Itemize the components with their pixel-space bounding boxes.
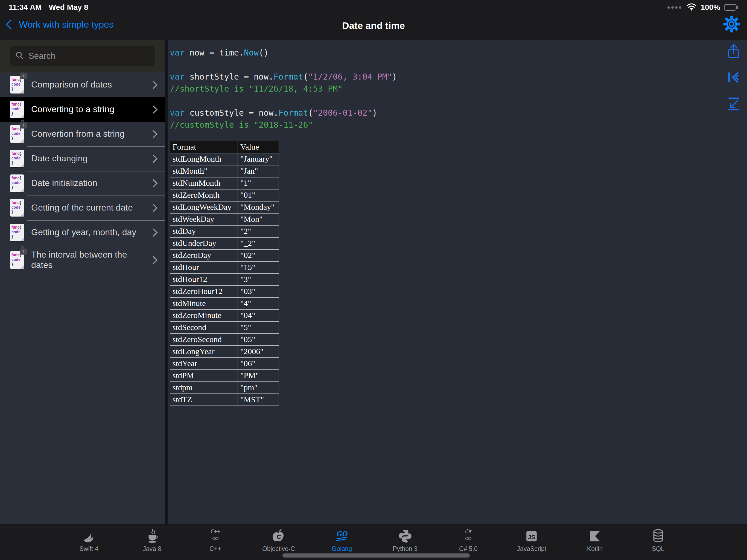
row-divider — [27, 171, 165, 172]
svg-text:C: C — [277, 533, 281, 540]
func-code-doc-icon: func{ code } — [10, 199, 24, 217]
table-row: stdZeroHour12"03" — [170, 285, 279, 298]
search-input[interactable] — [28, 51, 150, 61]
sql-icon — [651, 529, 665, 543]
tab-label: Java 8 — [143, 545, 161, 553]
sidebar-item-date-changing[interactable]: func{ code } Date changing — [0, 146, 165, 171]
table-row: stdDay"2" — [170, 225, 279, 237]
tab-label: C++ — [209, 545, 221, 553]
tab-c[interactable]: C++∞ C++ — [194, 527, 237, 560]
sidebar-item-the-interval-between-the-dates[interactable]: func{ code } The interval between the da… — [0, 245, 165, 275]
app-screen: 11:34 AM Wed May 8 100% Work with s — [0, 0, 747, 560]
tab-swift-4[interactable]: Swift 4 — [67, 527, 111, 560]
battery-percent: 100% — [700, 3, 720, 12]
collapse-arrow-icon[interactable] — [726, 96, 742, 111]
table-cell: "MST" — [238, 394, 279, 406]
chevron-right-icon — [150, 154, 158, 163]
table-cell: stdZeroHour12 — [170, 285, 238, 298]
svg-text:JS: JS — [528, 533, 535, 541]
sidebar-item-label: Date changing — [31, 153, 144, 164]
battery-icon — [724, 4, 738, 11]
table-row: stdNumMonth"1" — [170, 177, 279, 189]
table-row: stdZeroMinute"04" — [170, 309, 279, 322]
golang-icon: GO — [334, 529, 349, 543]
tab-sql[interactable]: SQL — [636, 527, 680, 560]
table-cell: "Monday" — [238, 201, 279, 213]
code-line — [170, 59, 747, 71]
sidebar-item-comparison-of-dates[interactable]: func{ code } Comparison of dates — [0, 73, 165, 97]
func-code-doc-icon: func{ code } — [10, 175, 24, 192]
lock-icon — [20, 123, 27, 128]
home-indicator[interactable] — [282, 554, 470, 558]
search-icon — [15, 51, 24, 61]
tab-javascript[interactable]: JS JavaScript — [510, 527, 553, 560]
table-cell: stdWeekDay — [170, 213, 238, 225]
javascript-icon: JS — [525, 529, 538, 543]
sidebar-item-label: Date initialization — [31, 178, 144, 188]
tab-label: Python 3 — [393, 545, 417, 553]
table-cell: stdpm — [170, 382, 238, 394]
table-cell: "01" — [238, 189, 279, 201]
row-divider — [27, 146, 165, 147]
tab-label: Objective-C — [262, 545, 295, 553]
sidebar-item-label: Comparison of dates — [31, 80, 144, 90]
sidebar-item-getting-of-the-current-date[interactable]: func{ code } Getting of the current date — [0, 196, 165, 220]
table-cell: "5" — [238, 322, 279, 334]
sidebar-item-convertion-from-a-string[interactable]: func{ code } Convertion from a string — [0, 122, 165, 146]
func-code-doc-icon: func{ code } — [10, 251, 24, 269]
table-cell: stdHour — [170, 261, 238, 274]
table-cell: "3" — [238, 274, 279, 285]
table-cell: "04" — [238, 309, 279, 322]
skip-to-start-icon[interactable] — [726, 70, 742, 85]
table-row: stdpm"pm" — [170, 382, 279, 394]
tab-java-8[interactable]: Java 8 — [130, 527, 174, 560]
table-row: stdZeroDay"02" — [170, 249, 279, 261]
table-cell: stdYear — [170, 358, 238, 370]
sidebar: func{ code } Comparison of dates func{ c… — [0, 40, 165, 524]
table-cell: "_2" — [238, 237, 279, 249]
sidebar-item-date-initialization[interactable]: func{ code } Date initialization — [0, 171, 165, 196]
python-icon — [398, 529, 412, 543]
content-pane: var now = time.Now()var shortStyle = now… — [168, 40, 747, 524]
search-field[interactable] — [10, 46, 155, 67]
tab-label: Golang — [332, 545, 352, 553]
tab-label: JavaScript — [517, 545, 546, 553]
table-row: stdPM"PM" — [170, 370, 279, 382]
table-cell: stdDay — [170, 225, 238, 237]
table-row: stdHour12"3" — [170, 274, 279, 285]
table-row: stdYear"06" — [170, 358, 279, 370]
table-row: stdWeekDay"Mon" — [170, 213, 279, 225]
table-row: stdSecond"5" — [170, 322, 279, 334]
code-line: var customStyle = now.Format("2006-01-02… — [170, 107, 747, 119]
row-divider — [27, 245, 165, 245]
func-code-doc-icon: func{ code } — [10, 125, 24, 143]
svg-text:∞: ∞ — [211, 532, 219, 543]
sidebar-item-label: The interval between the dates — [31, 250, 144, 271]
table-cell: "pm" — [238, 382, 279, 394]
chevron-right-icon — [150, 179, 158, 187]
settings-gear-icon[interactable] — [723, 15, 741, 33]
svg-text:GO: GO — [337, 529, 348, 538]
sidebar-item-getting-of-year-month-day[interactable]: func{ code } Getting of year, month, day — [0, 220, 165, 245]
swift-icon — [82, 529, 96, 543]
sidebar-item-converting-to-a-string[interactable]: func{ code } Converting to a string — [0, 97, 165, 122]
kotlin-icon — [588, 529, 602, 543]
tab-kotlin[interactable]: Kotlin — [573, 527, 617, 560]
table-cell: stdZeroSecond — [170, 334, 238, 346]
table-cell: "Jan" — [238, 165, 279, 177]
chevron-right-icon — [150, 256, 158, 264]
table-cell: "03" — [238, 285, 279, 298]
table-cell: "2" — [238, 225, 279, 237]
table-cell: stdLongWeekDay — [170, 201, 238, 213]
table-cell: stdZeroDay — [170, 249, 238, 261]
table-cell: stdZeroMinute — [170, 309, 238, 322]
sidebar-item-label: Converting to a string — [31, 104, 144, 114]
func-code-doc-icon: func{ code } — [10, 150, 24, 167]
page-title: Date and time — [0, 20, 747, 31]
chevron-right-icon — [150, 228, 158, 236]
table-cell: stdPM — [170, 370, 238, 382]
table-row: stdLongWeekDay"Monday" — [170, 201, 279, 213]
chevron-right-icon — [150, 204, 158, 212]
share-icon[interactable] — [726, 43, 742, 59]
table-header-cell: Format — [170, 141, 238, 153]
